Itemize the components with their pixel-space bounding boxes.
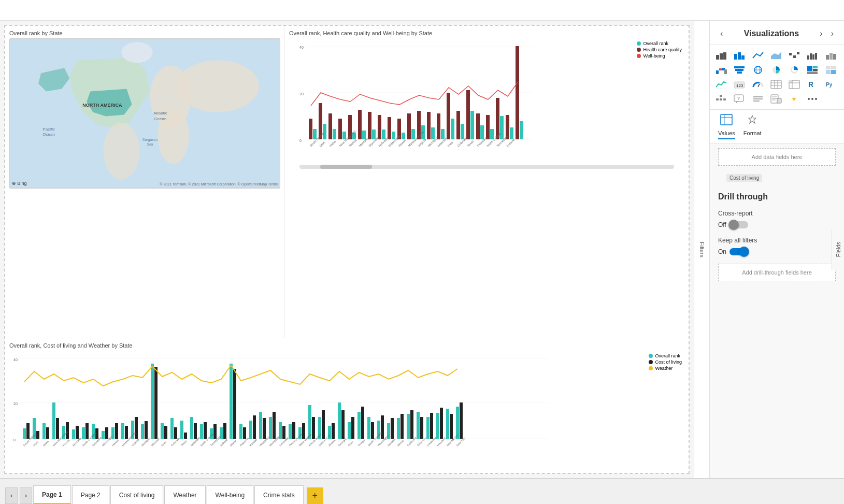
svg-text:40: 40 [299, 46, 304, 49]
viz-combo-chart[interactable] [805, 49, 820, 62]
viz-matrix2[interactable] [787, 78, 802, 91]
viz-decomp-tree[interactable] [714, 93, 728, 105]
viz-donut[interactable] [787, 64, 802, 76]
svg-text:Pacific: Pacific [42, 127, 55, 132]
format-label: Format [743, 130, 762, 136]
viz-stacked-bar[interactable] [714, 49, 728, 62]
svg-text:20: 20 [13, 402, 18, 406]
viz-python[interactable]: Py [824, 78, 838, 91]
panel-back-arrow[interactable]: ‹ [718, 27, 725, 40]
tab-format[interactable]: Format [743, 114, 762, 139]
tab-next-btn[interactable]: › [20, 487, 32, 504]
viz-r-script[interactable]: R [805, 78, 820, 91]
svg-text:Utah: Utah [32, 440, 38, 447]
viz-qa[interactable]: ? [732, 93, 747, 105]
keep-filters-state: On [718, 248, 726, 255]
viz-matrix[interactable] [824, 64, 838, 76]
viz-map[interactable] [751, 64, 765, 76]
cross-report-state: Off [718, 221, 726, 228]
cross-report-track[interactable] [729, 221, 748, 228]
svg-rect-226 [720, 53, 723, 60]
svg-rect-262 [831, 70, 836, 74]
svg-text:Texas: Texas [466, 139, 474, 147]
keep-filters-track[interactable] [729, 248, 748, 255]
svg-rect-33 [378, 115, 381, 139]
svg-rect-94 [42, 423, 46, 439]
svg-rect-103 [85, 423, 89, 439]
viz-gauge[interactable] [751, 78, 765, 91]
svg-rect-60 [510, 127, 513, 139]
viz-scatter[interactable] [787, 49, 802, 62]
tab-page1[interactable]: Page 1 [33, 485, 71, 504]
viz-table[interactable] [769, 78, 783, 91]
tab-bar: ‹ › Page 1 Page 2 Cost of living Weather… [0, 478, 844, 504]
canvas-inner: Overall rank by State [4, 25, 690, 474]
svg-rect-281 [720, 98, 722, 100]
viz-treemap[interactable] [805, 64, 820, 76]
keep-filters-toggle[interactable]: On [718, 248, 748, 255]
svg-rect-134 [239, 424, 242, 439]
viz-card[interactable]: 123 [732, 78, 747, 91]
svg-rect-24 [333, 129, 336, 139]
svg-rect-106 [102, 431, 105, 439]
tab-prev-btn[interactable]: ‹ [5, 487, 18, 504]
panel-close-arrow[interactable]: › [829, 27, 836, 40]
svg-rect-22 [323, 124, 326, 139]
tab-weather[interactable]: Weather [164, 485, 205, 504]
tab-values[interactable]: Values [718, 114, 735, 139]
tab-crime-stats[interactable]: Crime stats [254, 485, 304, 504]
svg-text:?: ? [737, 96, 740, 101]
viz-smart-narrative[interactable] [751, 93, 765, 105]
add-drill-box[interactable]: Add drill-through fields here [718, 264, 836, 281]
fields-tab[interactable]: Fields [832, 229, 844, 270]
svg-text:Hawaii: Hawaii [111, 439, 119, 447]
tab-page2[interactable]: Page 2 [72, 485, 109, 504]
viz-funnel[interactable] [732, 64, 747, 76]
legend-dot-bottom-overall [649, 354, 653, 358]
svg-rect-160 [367, 417, 370, 439]
svg-rect-230 [741, 55, 745, 60]
viz-paginated[interactable] [769, 93, 783, 105]
viz-bar-chart[interactable] [732, 49, 747, 62]
svg-text:Maine: Maine [229, 439, 237, 447]
viz-area-chart[interactable] [769, 49, 783, 62]
svg-text:40: 40 [13, 358, 18, 362]
keep-filters-thumb [739, 247, 749, 257]
svg-rect-169 [410, 410, 413, 439]
svg-rect-132 [230, 364, 233, 439]
svg-rect-240 [829, 53, 833, 60]
tab-wellbeing[interactable]: Well-being [207, 485, 253, 504]
svg-rect-176 [446, 409, 449, 439]
svg-rect-137 [253, 415, 256, 439]
keep-all-filters-label: Keep all filters [710, 233, 844, 246]
viz-waterfall[interactable] [714, 64, 728, 76]
svg-rect-261 [826, 70, 831, 74]
svg-rect-141 [273, 412, 276, 439]
viz-pie[interactable] [769, 64, 783, 76]
svg-rect-129 [213, 424, 217, 439]
panel-header: ‹ Visualizations › › [710, 21, 844, 45]
svg-rect-38 [402, 133, 405, 139]
viz-ribbon[interactable] [824, 49, 838, 62]
viz-line-chart[interactable] [751, 49, 765, 62]
svg-text:NORTH AMERICA: NORTH AMERICA [82, 103, 122, 108]
legend-dot-wellbeing [637, 54, 641, 58]
svg-rect-258 [807, 71, 818, 74]
cross-report-toggle[interactable]: Off [718, 221, 748, 228]
svg-rect-118 [161, 423, 164, 439]
svg-rect-225 [716, 55, 719, 60]
tab-add-button[interactable]: + [307, 487, 323, 504]
svg-rect-90 [23, 428, 26, 439]
svg-rect-239 [826, 55, 829, 60]
viz-kpi[interactable] [714, 78, 728, 91]
add-data-box[interactable]: Add data fields here [718, 148, 836, 166]
tab-cost-of-living[interactable]: Cost of living [110, 485, 164, 504]
svg-rect-234 [797, 52, 799, 54]
panel-forward-arrow[interactable]: › [818, 27, 824, 40]
svg-point-297 [815, 98, 817, 100]
filters-toggle[interactable]: Filters [694, 21, 709, 478]
viz-more[interactable] [805, 93, 820, 105]
viz-custom[interactable]: ★ [787, 93, 802, 105]
svg-text:Ohio: Ohio [347, 440, 353, 447]
svg-rect-155 [341, 410, 345, 439]
